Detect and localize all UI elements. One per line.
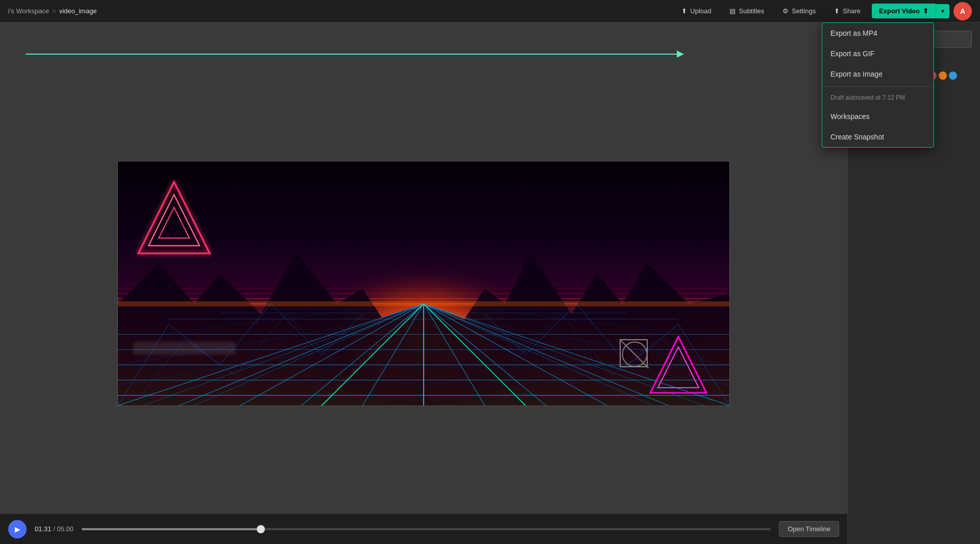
arrow-annotation <box>0 51 709 58</box>
progress-bar[interactable] <box>82 528 771 530</box>
blurred-logo <box>133 342 235 354</box>
svg-rect-39 <box>118 301 729 306</box>
subtitles-icon: ▤ <box>729 7 736 15</box>
export-dropdown-toggle[interactable]: ▾ <box>936 4 949 18</box>
upload-button[interactable]: ⬆ Upload <box>674 4 718 18</box>
export-button-group: Export Video ⬆ ▾ <box>872 4 949 18</box>
play-button[interactable]: ▶ <box>8 520 27 538</box>
share-icon: ⬆ <box>834 7 840 15</box>
svg-marker-43 <box>650 337 706 393</box>
workspaces-item[interactable]: Workspaces <box>822 106 934 127</box>
svg-marker-44 <box>658 347 699 388</box>
time-display: 01.31 / 05.00 <box>35 525 74 533</box>
settings-button[interactable]: ⚙ Settings <box>775 4 823 18</box>
export-mp4-item[interactable]: Export as MP4 <box>822 23 934 43</box>
canvas-area: ▶ 01.31 / 05.00 Open Timeline <box>0 22 847 544</box>
neon-triangle-left <box>133 177 215 258</box>
svg-marker-40 <box>138 182 210 253</box>
avatar[interactable]: A <box>953 2 972 20</box>
export-dropdown-menu: Export as MP4 Export as GIF Export as Im… <box>822 22 934 148</box>
share-button[interactable]: ⬆ Share <box>827 4 868 18</box>
progress-handle[interactable] <box>257 525 265 533</box>
play-icon: ▶ <box>15 525 20 533</box>
settings-label: Settings <box>792 7 816 15</box>
export-share-icon: ⬆ <box>923 7 928 15</box>
timeline-bar: ▶ 01.31 / 05.00 Open Timeline <box>0 513 847 544</box>
share-label: Share <box>843 7 861 15</box>
dropdown-divider <box>822 86 934 87</box>
neon-circle <box>620 339 648 367</box>
export-label: Export Video <box>879 7 920 15</box>
arrow-head <box>677 51 684 58</box>
color-swatch-blue[interactable] <box>949 72 957 80</box>
current-file-label: video_image <box>59 7 97 15</box>
subtitles-button[interactable]: ▤ Subtitles <box>722 4 771 18</box>
workspace-link[interactable]: i's Workspace <box>8 7 49 15</box>
upload-icon: ⬆ <box>681 7 687 15</box>
open-timeline-button[interactable]: Open Timeline <box>779 521 839 537</box>
export-image-item[interactable]: Export as Image <box>822 64 934 84</box>
create-snapshot-item[interactable]: Create Snapshot <box>822 127 934 147</box>
current-time: 01.31 <box>35 525 52 533</box>
svg-line-46 <box>621 340 649 368</box>
topbar: i's Workspace > video_image ⬆ Upload ▤ S… <box>0 0 980 22</box>
subtitles-label: Subtitles <box>739 7 764 15</box>
chevron-down-icon: ▾ <box>941 8 944 15</box>
arrow-line <box>26 54 677 55</box>
total-time: 05.00 <box>57 525 74 533</box>
neon-triangle-right <box>648 334 709 395</box>
color-swatch-orange[interactable] <box>939 72 947 80</box>
synthwave-background <box>118 161 729 406</box>
topbar-actions: ⬆ Upload ▤ Subtitles ⚙ Settings ⬆ Share … <box>674 2 972 20</box>
progress-fill <box>82 528 261 530</box>
canvas-frame <box>117 161 730 406</box>
autosave-status: Draft autosaved at 7:12 PM <box>822 89 934 106</box>
breadcrumb-separator: > <box>52 7 56 15</box>
svg-marker-42 <box>159 207 189 238</box>
export-video-button[interactable]: Export Video ⬆ <box>872 4 936 18</box>
upload-label: Upload <box>690 7 711 15</box>
breadcrumb: i's Workspace > video_image <box>8 7 97 15</box>
gear-icon: ⚙ <box>782 7 789 15</box>
export-gif-item[interactable]: Export as GIF <box>822 43 934 64</box>
